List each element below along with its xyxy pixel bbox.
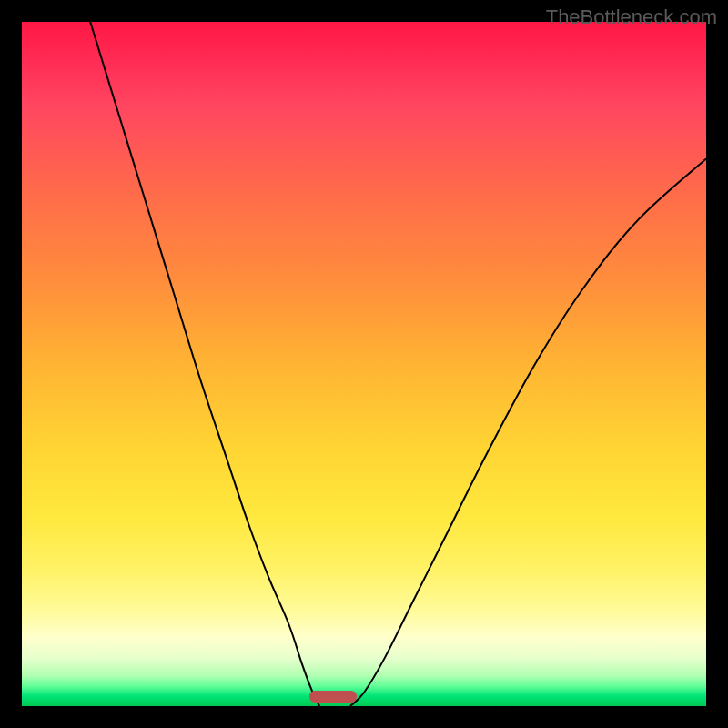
right-curve bbox=[350, 158, 706, 706]
left-curve bbox=[90, 22, 319, 706]
chart-plot-area bbox=[22, 22, 706, 706]
chart-curves-svg bbox=[22, 22, 706, 706]
bottleneck-marker bbox=[309, 691, 358, 703]
watermark-text: TheBottleneck.com bbox=[546, 5, 717, 29]
